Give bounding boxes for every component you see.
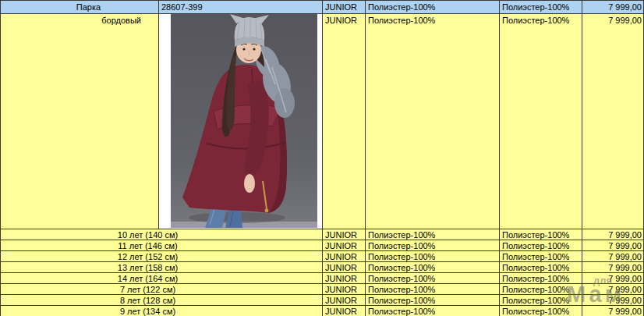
size-row: 12 лет (152 см) JUNIOR Полиэстер-100% По… <box>1 251 644 262</box>
size-row: 11 лет (146 см) JUNIOR Полиэстер-100% По… <box>1 240 644 251</box>
size-row: 10 лет (140 см) JUNIOR Полиэстер-100% По… <box>1 229 644 240</box>
article-cell[interactable]: 28607-399 <box>159 1 323 14</box>
composition-cell[interactable]: Полиэстер-100% <box>366 295 500 306</box>
price-cell[interactable]: 7 999,00 <box>582 251 644 262</box>
composition2-cell[interactable]: Полиэстер-100% <box>500 251 582 262</box>
size-row: 13 лет (158 см) JUNIOR Полиэстер-100% По… <box>1 262 644 273</box>
composition-cell[interactable]: Полиэстер-100% <box>366 1 500 14</box>
composition-cell[interactable]: Полиэстер-100% <box>366 229 500 240</box>
price-cell[interactable]: 7 999,00 <box>582 295 644 306</box>
price-cell[interactable]: 7 999,00 <box>582 1 644 14</box>
size-row: 8 лет (128 см) JUNIOR Полиэстер-100% Пол… <box>1 295 644 306</box>
composition-cell[interactable]: Полиэстер-100% <box>366 284 500 295</box>
size-cell[interactable]: 12 лет (152 см) <box>1 251 323 262</box>
price-cell[interactable]: 7 999,00 <box>582 262 644 273</box>
product-name-cell[interactable]: Парка <box>1 1 159 14</box>
composition-cell[interactable]: Полиэстер-100% <box>366 262 500 273</box>
color-cell[interactable]: бордовый <box>1 14 159 229</box>
composition-cell[interactable]: Полиэстер-100% <box>366 273 500 284</box>
size-cell[interactable]: 8 лет (128 см) <box>1 295 323 306</box>
product-header-row: Парка 28607-399 JUNIOR Полиэстер-100% По… <box>1 1 644 14</box>
composition-cell[interactable]: Полиэстер-100% <box>366 306 500 316</box>
price-cell[interactable]: 7 999,00 <box>582 240 644 251</box>
composition-cell[interactable]: Полиэстер-100% <box>366 251 500 262</box>
size-row: 14 лет (164 см) JUNIOR Полиэстер-100% По… <box>1 273 644 284</box>
size-cell[interactable]: 10 лет (140 см) <box>1 229 323 240</box>
price-cell[interactable]: 7 999,00 <box>582 273 644 284</box>
price-cell[interactable]: 7 999,00 <box>582 14 644 229</box>
composition2-cell[interactable]: Полиэстер-100% <box>500 306 582 316</box>
composition-cell[interactable]: Полиэстер-100% <box>366 240 500 251</box>
cat-ear-hat <box>230 14 269 47</box>
price-cell[interactable]: 7 999,00 <box>582 306 644 316</box>
size-cell[interactable]: 11 лет (146 см) <box>1 240 323 251</box>
composition2-cell[interactable]: Полиэстер-100% <box>500 295 582 306</box>
price-list-table: Парка 28607-399 JUNIOR Полиэстер-100% По… <box>0 0 644 316</box>
price-cell[interactable]: 7 999,00 <box>582 229 644 240</box>
size-cell[interactable]: 9 лет (134 см) <box>1 306 323 316</box>
product-photo-cell[interactable] <box>159 14 323 229</box>
line-cell[interactable]: JUNIOR <box>323 284 366 295</box>
color-photo-row: бордовый <box>1 14 644 229</box>
size-cell[interactable]: 13 лет (158 см) <box>1 262 323 273</box>
composition2-cell[interactable]: Полиэстер-100% <box>500 240 582 251</box>
composition2-cell[interactable]: Полиэстер-100% <box>500 229 582 240</box>
size-cell[interactable]: 14 лет (164 см) <box>1 273 323 284</box>
line-cell[interactable]: JUNIOR <box>323 295 366 306</box>
size-cell[interactable]: 7 лет (122 см) <box>1 284 323 295</box>
line-cell[interactable]: JUNIOR <box>323 240 366 251</box>
composition2-cell[interactable]: Полиэстер-100% <box>500 273 582 284</box>
line-cell[interactable]: JUNIOR <box>323 14 366 229</box>
size-row: 9 лет (134 см) JUNIOR Полиэстер-100% Пол… <box>1 306 644 316</box>
size-row: 7 лет (122 см) JUNIOR Полиэстер-100% Пол… <box>1 284 644 295</box>
price-cell[interactable]: 7 999,00 <box>582 284 644 295</box>
line-cell[interactable]: JUNIOR <box>323 273 366 284</box>
line-cell[interactable]: JUNIOR <box>323 251 366 262</box>
composition2-cell[interactable]: Полиэстер-100% <box>500 14 582 229</box>
line-cell[interactable]: JUNIOR <box>323 262 366 273</box>
composition2-cell[interactable]: Полиэстер-100% <box>500 1 582 14</box>
line-cell[interactable]: JUNIOR <box>323 229 366 240</box>
composition2-cell[interactable]: Полиэстер-100% <box>500 284 582 295</box>
product-photo-girl-in-burgundy-parka <box>171 14 317 228</box>
line-cell[interactable]: JUNIOR <box>323 306 366 316</box>
composition2-cell[interactable]: Полиэстер-100% <box>500 262 582 273</box>
composition-cell[interactable]: Полиэстер-100% <box>366 14 500 229</box>
line-cell[interactable]: JUNIOR <box>323 1 366 14</box>
